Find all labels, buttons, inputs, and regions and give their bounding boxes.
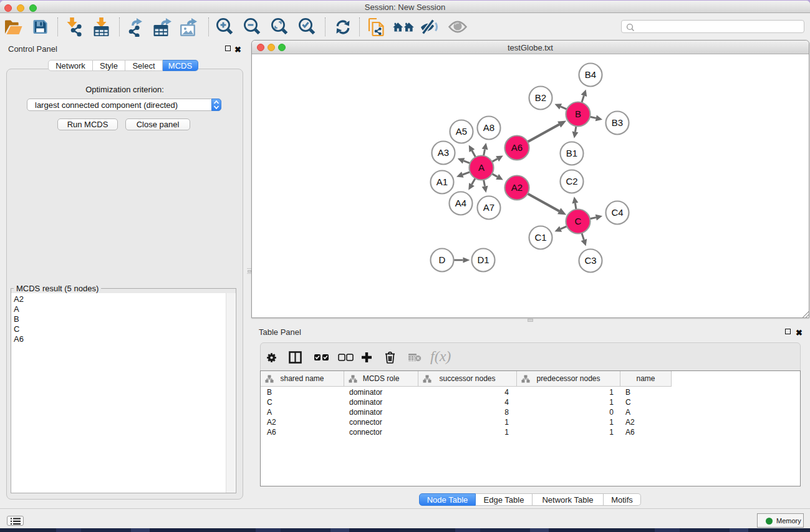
svg-text:B: B bbox=[575, 109, 581, 119]
svg-text:A7: A7 bbox=[483, 202, 494, 213]
svg-text:B1: B1 bbox=[566, 148, 577, 158]
svg-text:A3: A3 bbox=[438, 147, 449, 158]
svg-text:D1: D1 bbox=[477, 254, 489, 265]
svg-text:D: D bbox=[439, 254, 446, 265]
svg-text:A6: A6 bbox=[511, 142, 523, 153]
svg-text:B4: B4 bbox=[585, 69, 596, 80]
svg-text:A2: A2 bbox=[511, 182, 523, 193]
svg-text:A5: A5 bbox=[456, 126, 467, 137]
svg-text:A1: A1 bbox=[436, 177, 448, 187]
svg-text:A8: A8 bbox=[483, 122, 494, 133]
svg-text:B2: B2 bbox=[535, 92, 546, 103]
svg-text:C1: C1 bbox=[534, 232, 546, 243]
svg-text:A: A bbox=[478, 162, 485, 173]
svg-text:C3: C3 bbox=[584, 255, 596, 266]
svg-text:B3: B3 bbox=[612, 117, 623, 128]
svg-text:C: C bbox=[575, 216, 582, 226]
svg-text:C4: C4 bbox=[611, 207, 623, 218]
svg-text:C2: C2 bbox=[566, 176, 577, 186]
svg-text:A4: A4 bbox=[455, 198, 466, 208]
